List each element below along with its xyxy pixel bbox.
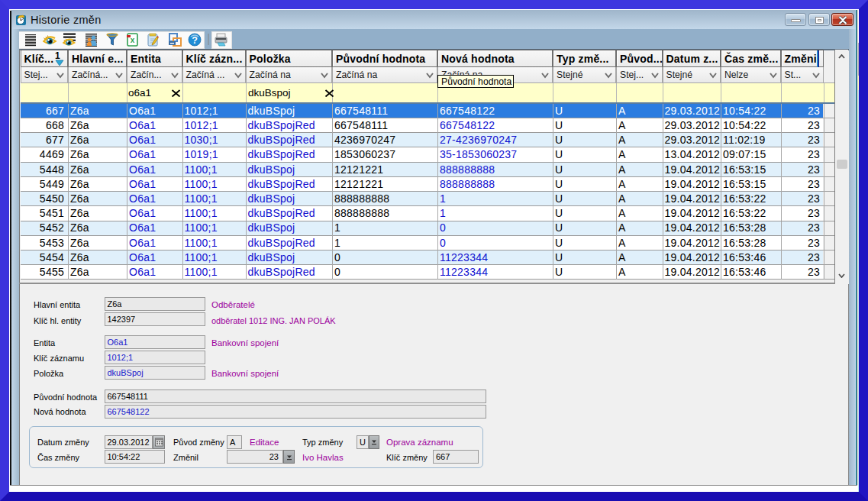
svg-text:x: x [130, 36, 134, 44]
svg-text:?: ? [192, 34, 198, 45]
